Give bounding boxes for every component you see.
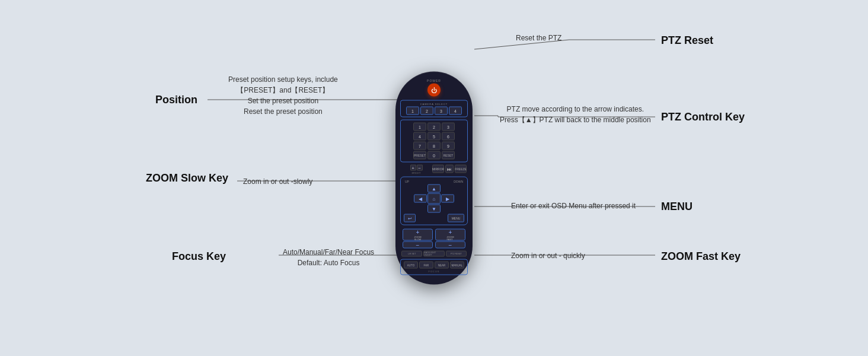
num-row-4: PRESET 0 RESET [413,151,455,160]
focus-label: FOCUS [429,270,440,273]
num-row-3: 7 8 9 [413,142,455,150]
power-button[interactable] [427,84,441,97]
freeze-btn[interactable]: FREEZE [455,165,467,173]
focus-auto-btn[interactable]: AUTO [404,262,418,269]
focus-far-btn[interactable]: FAR [419,262,433,269]
zoom-slow-group: + ZOOMSLOW − [403,229,433,249]
focus-manual-btn[interactable]: MANUAL [450,262,464,269]
camera-row: 1 2 3 4 [406,107,462,115]
focus-label-ann: Focus Key [172,250,226,263]
zoom-fast-desc: Zoom in or out - quickly [511,250,585,261]
power-label: POWER [427,79,441,82]
num-5[interactable]: 5 [427,132,441,141]
focus-near-btn[interactable]: NEAR [435,262,449,269]
num-7[interactable]: 7 [413,142,426,150]
num-2[interactable]: 2 [427,123,441,131]
ptz-arrows: ▲ ◀ ⌂ ▶ ▼ [414,185,454,213]
preset-btn[interactable]: PRESET [413,151,426,160]
num-9[interactable]: 9 [442,142,455,150]
ptz-row-mid: ◀ ⌂ ▶ [414,193,454,204]
play-btn[interactable]: ⏭ [445,165,454,173]
remote-control: POWER CAMERA SELECT 1 2 3 4 1 2 3 4 5 6 … [395,72,473,285]
ptz-right-btn[interactable]: ▶ [441,195,454,203]
ptz-section: UP DOWN ▲ ◀ ⌂ ▶ ▼ ↩ MENU [400,177,468,225]
cam-btn-3[interactable]: 3 [435,107,448,115]
lr-set-btn[interactable]: L/R SET [401,251,422,257]
ptz-row-top: ▲ [427,185,441,193]
bright-plus[interactable]: + [410,165,416,171]
reset-btn[interactable]: RESET [442,151,455,160]
ptz-top-row: UP DOWN [403,180,465,183]
zoom-fast-group: + ZOOMFAST − [435,229,465,249]
zoom-slow-desc: Zoom in or out -slowly [243,176,312,187]
zoom-slow-plus[interactable]: + ZOOMSLOW [403,229,433,241]
num-row-2: 4 5 6 [413,132,455,141]
cam-btn-2[interactable]: 2 [420,107,433,115]
power-section: POWER [427,79,441,97]
num-row-1: 1 2 3 [413,123,455,131]
bright-minus[interactable]: − [417,165,423,171]
ptz-bottom-row: ↩ MENU [403,214,465,223]
down-label: DOWN [454,180,463,183]
ptz-up-btn[interactable]: ▲ [427,185,441,193]
camera-select-section: CAMERA SELECT 1 2 3 4 [400,100,468,117]
num-6[interactable]: 6 [442,132,455,141]
up-label: UP [405,180,409,183]
cam-btn-1[interactable]: 1 [406,107,419,115]
focus-desc: Auto/Manual/Far/Near FocusDefault: Auto … [283,247,374,268]
menu-label: MENU [661,201,693,213]
return-btn[interactable]: ↩ [404,214,416,223]
ptz-reset-btn[interactable]: PTZ RESET [446,251,467,257]
zoom-fast-label: ZOOM Fast Key [661,250,741,263]
ptz-center-btn[interactable]: ⌂ [427,193,441,204]
ptz-control-desc: PTZ move according to the arrow indicate… [500,104,651,125]
bmf-section: + − BRIGHT MIRROR ⏭ FREEZE [400,165,468,174]
zoom-fast-plus[interactable]: + ZOOMFAST [435,229,465,241]
num-8[interactable]: 8 [427,142,441,150]
mirror-btn[interactable]: MIRROR [432,165,444,173]
num-0[interactable]: 0 [427,151,441,160]
num-3[interactable]: 3 [442,123,455,131]
zoom-fast-minus[interactable]: − [435,241,465,249]
focus-row: AUTO FAR NEAR MANUAL [404,262,464,269]
num-1[interactable]: 1 [413,123,426,131]
zoom-slow-minus[interactable]: − [403,241,433,249]
camera-select-label: CAMERA SELECT [420,103,448,106]
position-label: Position [155,94,197,106]
ptz-control-label: PTZ Control Key [661,111,745,123]
focus-section: AUTO FAR NEAR MANUAL FOCUS [400,259,468,275]
zoom-slow-label: ZOOM Slow Key [146,172,228,185]
zoom-section: + ZOOMSLOW − + ZOOMFAST − [400,229,468,249]
ptz-reset-desc: Reset the PTZ [516,33,561,43]
ptz-reset-label: PTZ Reset [661,34,713,47]
numpad-section: 1 2 3 4 5 6 7 8 9 PRESET 0 RESET [400,120,468,163]
menu-btn[interactable]: MENU [448,214,464,223]
menu-desc: Enter or exit OSD Menu after pressed it [511,201,636,211]
ptz-row-bot: ▼ [427,205,441,213]
cam-btn-4[interactable]: 4 [449,107,462,115]
ptz-left-btn[interactable]: ◀ [414,195,427,203]
ptz-down-btn[interactable]: ▼ [427,205,441,213]
bright-label: BRIGHT [411,171,420,174]
position-desc: Preset position setup keys, include【PRES… [228,74,338,117]
backlight-btn[interactable]: BACKLIGHT ON/OFF [423,251,444,257]
num-4[interactable]: 4 [413,132,426,141]
settings-row: L/R SET BACKLIGHT ON/OFF PTZ RESET [400,251,468,257]
